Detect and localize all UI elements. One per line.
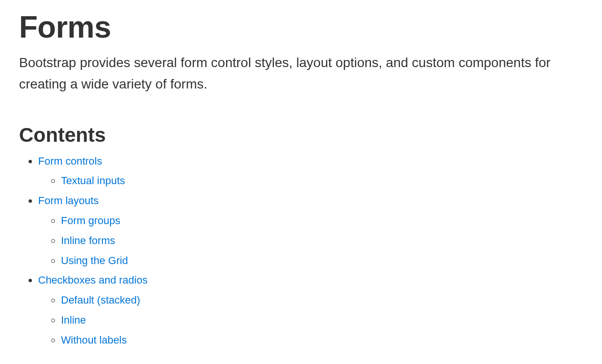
toc-link-using-the-grid[interactable]: Using the Grid <box>61 255 128 266</box>
toc-sublist: Default (stacked) Inline Without labels <box>38 290 581 350</box>
toc-link-form-layouts[interactable]: Form layouts <box>38 195 99 207</box>
toc-link-inline[interactable]: Inline <box>61 314 86 326</box>
toc-list: Form controls Textual inputs Form layout… <box>19 151 581 350</box>
toc-subitem: Without labels <box>61 330 581 350</box>
toc-subitem: Inline <box>61 310 581 330</box>
toc-link-form-groups[interactable]: Form groups <box>61 215 120 226</box>
toc-link-form-controls[interactable]: Form controls <box>38 155 102 167</box>
contents-heading: Contents <box>19 124 581 147</box>
toc-subitem: Textual inputs <box>61 171 581 191</box>
page-lead: Bootstrap provides several form control … <box>19 52 567 95</box>
toc-link-checkboxes-and-radios[interactable]: Checkboxes and radios <box>38 274 148 286</box>
toc-link-without-labels[interactable]: Without labels <box>61 334 127 346</box>
page-title: Forms <box>19 10 581 45</box>
toc-item: Checkboxes and radios Default (stacked) … <box>38 270 581 350</box>
toc-sublist: Textual inputs <box>38 171 581 191</box>
toc-link-textual-inputs[interactable]: Textual inputs <box>61 175 125 187</box>
page-container: Forms Bootstrap provides several form co… <box>0 0 600 364</box>
toc-subitem: Default (stacked) <box>61 290 581 310</box>
toc-subitem: Inline forms <box>61 231 581 251</box>
toc-sublist: Form groups Inline forms Using the Grid <box>38 211 581 270</box>
toc-link-inline-forms[interactable]: Inline forms <box>61 235 115 246</box>
toc-subitem: Using the Grid <box>61 251 581 271</box>
toc-link-default-stacked[interactable]: Default (stacked) <box>61 294 140 306</box>
toc-subitem: Form groups <box>61 211 581 231</box>
toc-item: Form layouts Form groups Inline forms Us… <box>38 191 581 270</box>
toc-item: Form controls Textual inputs <box>38 151 581 191</box>
